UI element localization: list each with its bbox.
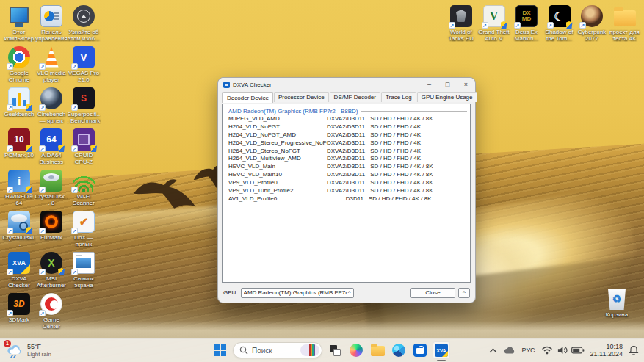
decoder-row[interactable]: H264_VLD_Multiview_AMDDXVA2/D3D11SD / HD… xyxy=(226,155,467,163)
file-explorer-button[interactable] xyxy=(369,341,386,359)
desktop-icon-linx[interactable]: ✔LinX — ярлык xyxy=(67,210,101,247)
decoder-row[interactable]: H264_VLD_Stereo_NoFGTDXVA2/D3D11SD / HD … xyxy=(226,148,467,156)
search-daily-image xyxy=(300,344,319,356)
desktop-icon-recycle-bin-icon: ♻ xyxy=(606,288,628,310)
desktop-icon-4k-test-folder[interactable]: проект для теста 4K xyxy=(608,4,642,42)
store-button[interactable] xyxy=(411,341,429,359)
desktop-icon-dxva-checker-frame: XVA xyxy=(7,251,31,275)
desktop-icon-learn-about-image-frame xyxy=(72,4,95,28)
decoder-row[interactable]: MJPEG_VLD_AMDDXVA2/D3D11SD / HD / FHD / … xyxy=(226,115,467,123)
shortcut-arrow-overlay-icon xyxy=(71,228,78,234)
decoder-profile-name: H264_VLD_Stereo_Progressive_NoFGT xyxy=(226,140,327,148)
weather-widget[interactable]: 1 55°F Light rain xyxy=(6,339,51,362)
decoder-row[interactable]: H264_VLD_NoFGTDXVA2/D3D11SD / HD / FHD /… xyxy=(226,123,467,131)
gpu-select[interactable]: AMD Radeon(TM) Graphics (RMB FP7r2 - B8B… xyxy=(241,288,354,298)
desktop-icon-aida64[interactable]: 64AIDA64 Business xyxy=(35,128,68,165)
tab-processor-device[interactable]: Processor Device xyxy=(274,92,329,102)
clock[interactable]: 10:18 21.11.2024 xyxy=(590,343,623,358)
close-window-button[interactable]: × xyxy=(457,78,475,91)
desktop-icon-cpu-z[interactable]: CPUID CPU-Z xyxy=(67,128,101,165)
desktop-icon-msi-afterburner[interactable]: XMSI Afterburner xyxy=(35,251,68,289)
decoder-resolutions: SD / HD / FHD / 4K / 8K xyxy=(363,195,431,203)
shortcut-arrow-overlay-icon xyxy=(547,22,554,29)
decoder-row[interactable]: VP9_VLD_Profile0DXVA2/D3D11SD / HD / FHD… xyxy=(226,179,467,187)
decoder-row[interactable]: HEVC_VLD_MainDXVA2/D3D11SD / HD / FHD / … xyxy=(226,163,467,171)
desktop-icon-control-panel[interactable]: Панель управления xyxy=(35,4,68,42)
desktop-icon-gta-v[interactable]: VGrand Theft Auto V xyxy=(477,4,511,42)
desktop-icon-world-of-tanks[interactable]: World of Tanks EU xyxy=(444,4,478,42)
desktop-icon-learn-about-image[interactable]: Узнайте об этом изоб... xyxy=(67,4,101,42)
minimize-button[interactable]: – xyxy=(420,78,438,91)
desktop-icon-deus-ex-frame: DX MD xyxy=(515,4,538,28)
start-button[interactable] xyxy=(211,341,229,359)
decoder-resolutions: SD / HD / FHD / 4K xyxy=(365,140,421,148)
desktop-icon-gta-screenshot[interactable]: Снимок экрана Grand Theft... xyxy=(67,251,101,289)
decoder-api: DXVA2/D3D11 xyxy=(327,187,365,195)
system-tray-icons[interactable] xyxy=(541,346,585,355)
desktop-icon-hwinfo64[interactable]: iHWiNFO® 64 xyxy=(2,169,36,206)
desktop-icon-aida64-frame: 64 xyxy=(40,128,63,151)
desktop-icon-vegas-pro[interactable]: VVEGAS Pro 21.0 xyxy=(67,46,101,83)
decoder-resolutions: SD / HD / FHD / 4K / 8K xyxy=(365,171,433,179)
desktop-icon-google-chrome[interactable]: Google Chrome xyxy=(2,46,36,83)
window-footer: GPU: AMD Radeon(TM) Graphics (RMB FP7r2 … xyxy=(218,283,475,303)
desktop-icon-recycle-bin[interactable]: ♻Корзина xyxy=(600,287,634,319)
desktop-icon-4k-test-folder-icon xyxy=(614,10,636,26)
desktop-icon-pcmark-10[interactable]: 10PCMark 10 xyxy=(2,128,36,159)
uac-shield-overlay-icon xyxy=(26,227,32,234)
dxva-checker-taskbar-button[interactable]: XVA xyxy=(433,341,450,359)
desktop-icon-cyberpunk-2077-frame xyxy=(580,4,604,28)
maximize-button[interactable]: □ xyxy=(438,78,457,91)
desktop-icon-shadow-tomb-raider[interactable]: ☾Shadow of the Tom... xyxy=(543,4,576,42)
search-box[interactable]: Поиск xyxy=(233,342,322,358)
icon-label: FurMark xyxy=(35,235,68,242)
desktop-icon-crystaldiskinfo[interactable]: CrystalDiskI... xyxy=(2,210,36,247)
decoder-api: DXVA2/D3D11 xyxy=(327,131,365,140)
notification-badge: 1 xyxy=(4,340,11,347)
uac-shield-overlay-icon xyxy=(566,21,573,29)
edge-button[interactable] xyxy=(390,341,408,359)
desktop-icon-this-pc[interactable]: Этот компьютер xyxy=(2,4,36,42)
desktop-icon-furmark[interactable]: FurMark xyxy=(35,210,68,242)
desktop-icon-cinebench[interactable]: Cinebench — ярлык xyxy=(35,87,68,124)
date: 21.11.2024 xyxy=(590,350,623,358)
tray-overflow-chevron-icon[interactable] xyxy=(489,348,497,353)
decoder-row[interactable]: H264_VLD_NoFGT_AMDDXVA2/D3D11SD / HD / F… xyxy=(226,131,467,140)
decoder-row[interactable]: HEVC_VLD_Main10DXVA2/D3D11SD / HD / FHD … xyxy=(226,171,467,179)
icon-label: AIDA64 Business xyxy=(35,153,68,165)
desktop-icon-cyberpunk-2077[interactable]: Cyberpunk 2077 xyxy=(575,4,609,42)
desktop-icon-deus-ex[interactable]: DX MDDeus Ex Mankin... xyxy=(510,4,543,42)
decoder-api: D3D11 xyxy=(327,195,363,203)
desktop-icon-dxva-checker[interactable]: XVADXVA Checker xyxy=(2,251,36,289)
desktop-icon-superposition[interactable]: SSuperpositi... Benchmark xyxy=(67,87,101,124)
language-indicator[interactable]: РУС xyxy=(522,347,535,354)
decoder-row[interactable]: H264_VLD_Stereo_Progressive_NoFGTDXVA2/D… xyxy=(226,140,467,148)
decoder-device-list[interactable]: AMD Radeon(TM) Graphics (RMB FP7r2 - B8B… xyxy=(222,104,471,283)
icon-label: CPUID CPU-Z xyxy=(67,153,101,165)
desktop-icon-vlc[interactable]: VLC media player xyxy=(35,46,68,83)
desktop-icon-recycle-bin-frame: ♻ xyxy=(605,287,629,311)
notification-bell-icon[interactable] xyxy=(629,345,639,355)
shortcut-arrow-overlay-icon xyxy=(39,187,46,193)
desktop-icon-crystaldiskmark[interactable]: CrystalDisk... 8 xyxy=(35,169,68,206)
tab-ds-mf-decoder[interactable]: DS/MF Decoder xyxy=(330,92,380,102)
window-titlebar[interactable]: DXVA Checker – □ × xyxy=(218,78,475,91)
onedrive-cloud-icon[interactable] xyxy=(503,346,516,355)
task-view-button[interactable] xyxy=(326,341,344,359)
tab-decoder-device[interactable]: Decoder Device xyxy=(222,92,273,103)
tab-gpu-engine-usage[interactable]: GPU Engine Usage xyxy=(417,92,477,102)
uac-shield-overlay-icon xyxy=(26,145,32,152)
shortcut-arrow-overlay-icon xyxy=(39,145,46,152)
desktop-icon-wifi-scanner[interactable]: Wi-Fi Scanner xyxy=(67,169,101,206)
desktop-icon-game-center[interactable]: Game Center xyxy=(35,292,68,330)
copilot-button[interactable] xyxy=(347,341,365,359)
expand-button[interactable]: ^ xyxy=(458,288,470,298)
tab-trace-log[interactable]: Trace Log xyxy=(381,92,416,102)
decoder-row[interactable]: VP9_VLD_10bit_Profile2DXVA2/D3D11SD / HD… xyxy=(226,187,467,195)
decoder-row[interactable]: AV1_VLD_Profile0D3D11SD / HD / FHD / 4K … xyxy=(226,195,467,203)
close-button[interactable]: Close xyxy=(410,288,455,298)
taskbar-center: Поиск XVA xyxy=(211,339,450,362)
icon-label: Superpositi... Benchmark xyxy=(67,112,101,124)
desktop-icon-geekbench[interactable]: Geekbench xyxy=(2,87,36,118)
desktop-icon-3dmark[interactable]: 3D3DMark xyxy=(2,292,36,324)
